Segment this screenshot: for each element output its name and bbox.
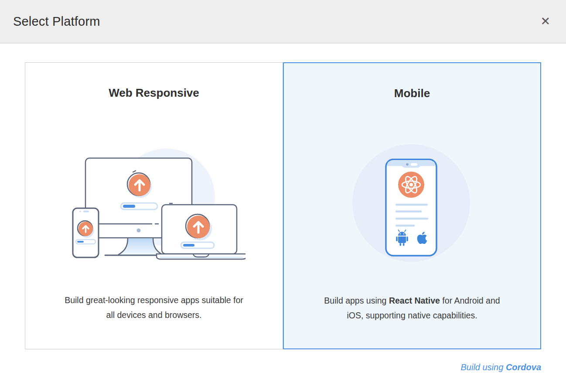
mobile-phone-icon (386, 159, 436, 256)
dialog-header: Select Platform ✕ (0, 0, 566, 44)
laptop-icon (157, 203, 245, 259)
smartphone-icon (73, 208, 99, 257)
build-using-cordova-link[interactable]: Build using Cordova (460, 362, 541, 372)
close-icon: ✕ (540, 15, 550, 28)
react-native-bold-text: React Native (389, 296, 440, 305)
react-logo-icon (398, 172, 424, 198)
platform-cards: Web Responsive (25, 62, 541, 349)
mobile-illustration (284, 139, 540, 265)
card-mobile[interactable]: Mobile (283, 62, 541, 349)
dialog-title: Select Platform (13, 14, 100, 29)
dialog-body: Web Responsive (0, 62, 566, 372)
phone-react-illustration (347, 139, 477, 265)
card-description-mobile: Build apps using React Native for Androi… (290, 293, 534, 323)
close-button[interactable]: ✕ (538, 13, 553, 30)
card-title-web-responsive: Web Responsive (25, 63, 283, 100)
devices-upload-illustration (62, 139, 245, 265)
web-responsive-illustration (25, 139, 283, 265)
card-web-responsive[interactable]: Web Responsive (25, 62, 283, 349)
card-title-mobile: Mobile (284, 63, 540, 101)
card-description-web-responsive: Build great-looking responsive apps suit… (32, 293, 276, 322)
dialog-footer: Build using Cordova (25, 362, 541, 372)
select-platform-dialog: Select Platform ✕ Web Responsive (0, 0, 566, 372)
